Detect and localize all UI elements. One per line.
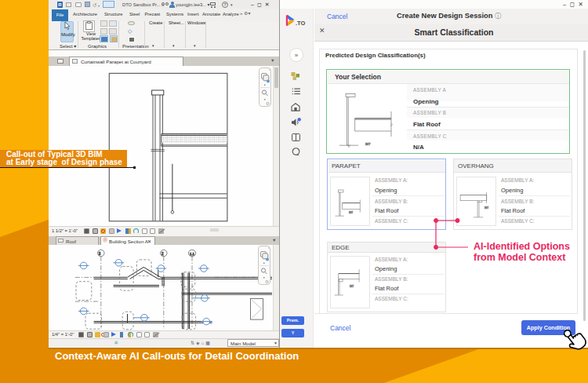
svg-text:INT: INT — [485, 206, 488, 210]
svg-text:1.1: 1.1 — [190, 252, 194, 256]
svg-text:INT: INT — [365, 142, 371, 146]
svg-text:INT: INT — [350, 285, 354, 288]
svg-text:INT: INT — [349, 211, 353, 214]
svg-text:.TO: .TO — [296, 20, 306, 26]
